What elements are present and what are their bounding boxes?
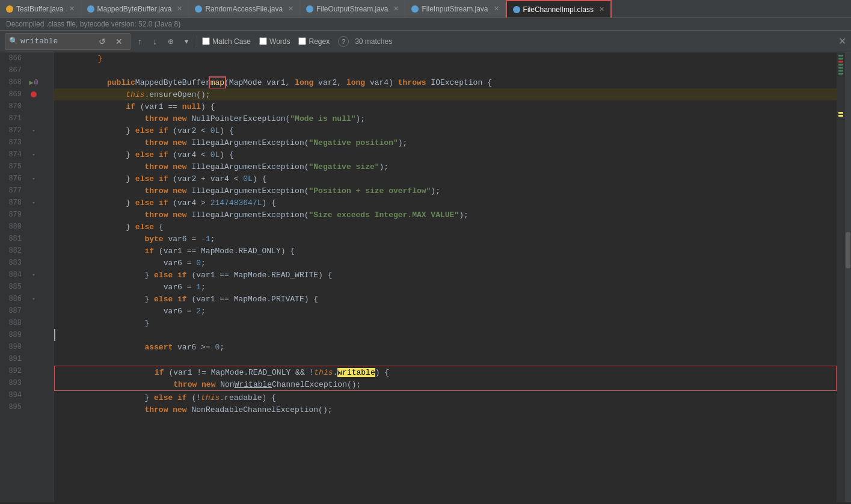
match-case-option[interactable]: Match Case: [202, 37, 251, 46]
code-line-881: byte var6 = -1;: [54, 233, 837, 245]
gutter-row-875: 875: [0, 161, 54, 173]
line-icons: ▾: [25, 200, 42, 206]
regex-label: Regex: [309, 37, 330, 46]
fold-icon[interactable]: ▾: [32, 200, 35, 206]
tab-close[interactable]: ✕: [177, 5, 182, 13]
minimap-mark-red: [838, 61, 843, 63]
gutter-row-893: 893: [0, 377, 54, 389]
words-checkbox[interactable]: [259, 37, 267, 45]
gutter-row-870: 870: [0, 100, 54, 112]
code-line-871: throw new NullPointerException("Mode is …: [54, 112, 837, 124]
code-line-875: throw new IllegalArgumentException("Nega…: [54, 161, 837, 173]
line-number: 892: [0, 367, 25, 375]
tab-label: MappedByteBuffer.java: [97, 5, 172, 13]
code-line-885: var6 = 1;: [54, 281, 837, 293]
tab-close[interactable]: ✕: [599, 5, 604, 13]
words-option[interactable]: Words: [259, 37, 290, 46]
line-number: 881: [0, 235, 25, 243]
tab-icon: [6, 5, 13, 13]
tab-mappedbytebuffer[interactable]: MappedByteBuffer.java ✕: [81, 0, 189, 18]
code-line-874: } else if (var4 < 0L) {: [54, 149, 837, 161]
line-icons: ▾: [25, 128, 42, 134]
gutter-row-871: 871: [0, 112, 54, 124]
tab-randomaccessfile[interactable]: RandomAccessFile.java ✕: [189, 0, 300, 18]
tab-label: RandomAccessFile.java: [205, 5, 283, 13]
search-close-small-button[interactable]: ✕: [112, 35, 126, 48]
tab-icon: [87, 5, 94, 13]
gutter-row-888: 888: [0, 317, 54, 329]
search-filter-button[interactable]: ▾: [181, 35, 192, 48]
gutter-row-868: 868 ▶ @: [0, 76, 54, 88]
search-input[interactable]: [20, 37, 93, 46]
search-clear-button[interactable]: ↺: [95, 35, 109, 48]
tab-filechannelimpl[interactable]: FileChannelImpl.class ✕: [506, 0, 612, 18]
gutter-row-894: 894: [0, 389, 54, 401]
line-number: 885: [0, 283, 25, 291]
tab-close[interactable]: ✕: [288, 5, 293, 13]
search-find-usages-button[interactable]: ⊕: [164, 35, 177, 48]
tab-icon: [513, 6, 520, 13]
fold-icon[interactable]: ▾: [32, 272, 35, 278]
gutter-row-885: 885: [0, 281, 54, 293]
gutter-row-891: 891: [0, 353, 54, 365]
match-case-checkbox[interactable]: [202, 37, 210, 45]
gutter-row-886: 886 ▾: [0, 293, 54, 305]
line-number: 882: [0, 247, 25, 255]
line-number: 878: [0, 198, 25, 207]
code-line-868: public MappedByteBuffer map(MapMode var1…: [54, 76, 837, 88]
line-gutter: 866 867 868 ▶ @ 869 870 87: [0, 52, 54, 502]
match-case-label: Match Case: [212, 37, 251, 46]
search-close-button[interactable]: ✕: [838, 35, 846, 47]
line-number: 869: [0, 90, 25, 99]
code-line-866: }: [54, 52, 837, 64]
tab-close[interactable]: ✕: [494, 5, 499, 13]
code-line-872: } else if (var2 < 0L) {: [54, 124, 837, 137]
minimap-mark: [838, 73, 843, 75]
tab-testbuffer[interactable]: TestBuffer.java ✕: [0, 0, 81, 18]
line-number: 884: [0, 271, 25, 279]
code-line-887: var6 = 2;: [54, 305, 837, 317]
gutter-row-869: 869: [0, 88, 54, 100]
vertical-scrollbar[interactable]: [845, 52, 851, 502]
search-next-button[interactable]: ↓: [149, 35, 161, 48]
line-number: 874: [0, 150, 25, 159]
fold-icon[interactable]: ▾: [32, 176, 35, 182]
line-number: 895: [0, 403, 25, 411]
line-number: 872: [0, 126, 25, 135]
gutter-row-884: 884 ▾: [0, 269, 54, 281]
line-number: 867: [0, 66, 25, 75]
search-input-wrap: 🔍 ↺ ✕: [5, 33, 131, 50]
code-area[interactable]: } public MappedByteBuffer map(MapMode va…: [54, 52, 837, 502]
code-line-882: if (var1 == MapMode.READ_ONLY) {: [54, 245, 837, 257]
tab-label: FileChannelImpl.class: [523, 5, 594, 14]
line-number: 883: [0, 259, 25, 267]
tab-close[interactable]: ✕: [69, 5, 75, 13]
execution-point-icon: ▶: [29, 78, 34, 87]
code-line-880: } else {: [54, 221, 837, 233]
regex-checkbox[interactable]: [298, 37, 306, 45]
scrollbar-thumb[interactable]: [846, 232, 850, 268]
tab-close[interactable]: ✕: [393, 5, 399, 13]
gutter-row-881: 881: [0, 233, 54, 245]
search-prev-button[interactable]: ↑: [134, 35, 146, 48]
line-number: 879: [0, 211, 25, 219]
line-number: 889: [0, 331, 25, 339]
tab-fileinputstream[interactable]: FileInputStream.java ✕: [405, 0, 505, 18]
tab-icon: [411, 5, 419, 13]
tab-fileoutputstream[interactable]: FileOutputStream.java ✕: [300, 0, 405, 18]
gutter-row-866: 866: [0, 52, 54, 64]
line-number: 866: [0, 54, 25, 63]
search-bar: 🔍 ↺ ✕ ↑ ↓ ⊕ ▾ Match Case Words Regex ? 3…: [0, 31, 851, 52]
regex-option[interactable]: Regex: [298, 37, 330, 46]
fold-icon[interactable]: ▾: [32, 152, 35, 158]
gutter-row-892: 892: [0, 365, 54, 377]
line-icons: [25, 91, 42, 97]
matches-count: 30 matches: [355, 37, 392, 46]
fold-icon[interactable]: ▾: [32, 296, 35, 303]
line-number: 876: [0, 174, 25, 183]
fold-icon[interactable]: ▾: [32, 128, 35, 134]
tab-label: TestBuffer.java: [16, 5, 64, 13]
help-button[interactable]: ?: [338, 36, 349, 47]
gutter-row-887: 887: [0, 305, 54, 317]
code-line-894: } else if (!this.readable) {: [54, 392, 837, 404]
